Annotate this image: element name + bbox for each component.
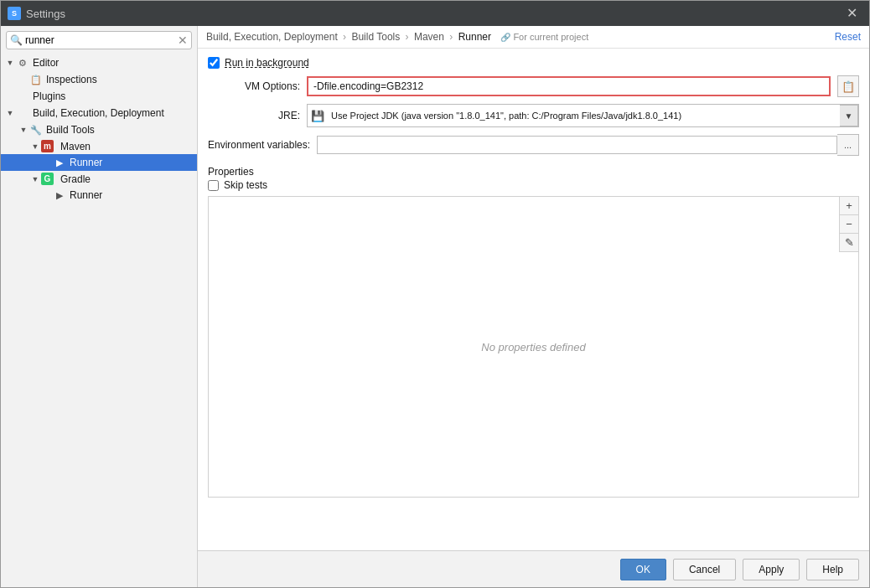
gradle-label: Gradle [60,173,91,185]
properties-toolbar: + − ✎ [839,197,858,252]
env-vars-row: Environment variables: ... [208,134,859,156]
sidebar-item-runner-gradle[interactable]: ▶ Runner [1,187,197,204]
maven-label: Maven [60,141,91,152]
search-input[interactable] [6,31,192,49]
settings-window: S Settings ✕ 🔍 ✕ ▼ ⚙ Editor [0,0,870,588]
runner-gradle-label: Runner [70,189,102,201]
editor-label: Editor [33,57,59,69]
skip-tests-row: Skip tests [208,179,859,191]
inspections-icon: 📋 [29,73,43,86]
jre-row: JRE: 💾 Use Project JDK (java version "1.… [208,104,859,127]
env-input-wrapper: ... [317,134,859,156]
title-bar-left: S Settings [8,7,65,20]
env-dots-button[interactable]: ... [837,134,859,156]
jre-select-wrapper: 💾 Use Project JDK (java version "1.8.0_1… [307,104,859,127]
jre-select[interactable]: Use Project JDK (java version "1.8.0_141… [328,105,840,126]
search-box: 🔍 ✕ [6,31,192,49]
sidebar-item-inspections[interactable]: 📋 Inspections [1,71,197,88]
sep-1: › [343,31,349,43]
copy-icon-button[interactable]: 📋 [837,75,859,97]
arrow-editor: ▼ [4,59,16,67]
env-input[interactable] [317,136,837,154]
main-content: 🔍 ✕ ▼ ⚙ Editor 📋 Inspections [1,26,869,587]
reset-button[interactable]: Reset [835,31,861,43]
sidebar-item-build-tools[interactable]: ▼ 🔧 Build Tools [1,121,197,138]
search-icon: 🔍 [10,34,23,46]
sidebar-item-build-execution[interactable]: ▼ Build, Execution, Deployment [1,105,197,121]
apply-button[interactable]: Apply [743,559,800,580]
jre-dropdown-button[interactable]: ▼ [840,105,858,126]
gradle-icon: G [41,173,54,185]
plugins-icon [16,90,29,103]
vm-options-label: VM Options: [208,80,300,92]
remove-property-button[interactable]: − [840,215,858,234]
arrow-gradle: ▼ [29,175,41,183]
right-panel: Build, Execution, Deployment › Build Too… [198,26,869,587]
run-in-background-label: Run in background [225,57,309,69]
ok-button[interactable]: OK [620,559,666,580]
build-tools-icon: 🔧 [29,123,43,137]
title-bar: S Settings ✕ [1,1,869,26]
build-tools-label: Build Tools [46,124,95,136]
arrow-maven: ▼ [29,142,41,151]
sidebar-item-gradle[interactable]: ▼ G Gradle [1,171,197,187]
app-icon: S [8,7,21,20]
help-button[interactable]: Help [806,559,859,580]
properties-panel: + − ✎ No properties defined [208,196,859,498]
sidebar-item-plugins[interactable]: Plugins [1,88,197,105]
window-title: Settings [26,8,65,20]
crumb-2: Build Tools [351,31,400,43]
no-properties-text: No properties defined [209,197,858,497]
runner-gradle-icon: ▶ [53,188,66,202]
arrow-build-exec: ▼ [4,109,16,117]
runner-maven-icon: ▶ [53,156,66,169]
env-label: Environment variables: [208,139,310,151]
build-exec-label: Build, Execution, Deployment [33,107,164,119]
vm-options-input[interactable] [307,76,831,96]
run-in-background-row: Run in background [208,57,859,69]
run-in-background-checkbox[interactable] [208,57,220,69]
breadcrumb: Build, Execution, Deployment › Build Too… [206,31,588,43]
jdk-icon: 💾 [308,105,324,126]
arrow-build-tools: ▼ [18,126,29,134]
sidebar-tree: ▼ ⚙ Editor 📋 Inspections Plugins [1,53,197,587]
sep-2: › [406,31,412,43]
sidebar-item-maven[interactable]: ▼ m Maven [1,138,197,154]
settings-area: Run in background VM Options: 📋 JRE: 💾 [198,49,869,550]
for-project-label: For current project [500,32,588,42]
crumb-1: Build, Execution, Deployment [206,31,338,43]
skip-tests-label: Skip tests [224,179,267,191]
vm-options-row: VM Options: 📋 [208,75,859,97]
skip-tests-checkbox[interactable] [208,180,219,191]
crumb-3: Maven [414,31,444,43]
breadcrumb-text: Build, Execution, Deployment › Build Too… [206,31,588,43]
add-property-button[interactable]: + [840,197,858,215]
sidebar-item-editor[interactable]: ▼ ⚙ Editor [1,54,197,71]
editor-icon: ⚙ [16,56,29,70]
properties-title: Properties [208,162,859,179]
breadcrumb-bar: Build, Execution, Deployment › Build Too… [198,26,869,49]
close-button[interactable]: ✕ [842,5,862,22]
build-exec-icon [16,106,29,120]
crumb-4: Runner [458,31,491,43]
sep-3: › [449,31,455,43]
edit-property-button[interactable]: ✎ [840,234,858,252]
jre-select-container: 💾 Use Project JDK (java version "1.8.0_1… [307,104,859,127]
bottom-bar: OK Cancel Apply Help [198,550,869,587]
runner-maven-label: Runner [70,157,102,168]
maven-icon: m [41,140,54,152]
cancel-button[interactable]: Cancel [673,559,736,580]
sidebar: 🔍 ✕ ▼ ⚙ Editor 📋 Inspections [1,26,198,587]
properties-section: Properties Skip tests + − ✎ No propertie [208,162,859,498]
inspections-label: Inspections [46,74,97,85]
clear-search-icon[interactable]: ✕ [178,34,188,47]
plugins-label: Plugins [33,90,65,102]
jre-label: JRE: [208,110,300,121]
sidebar-item-runner-maven[interactable]: ▶ Runner [1,154,197,171]
